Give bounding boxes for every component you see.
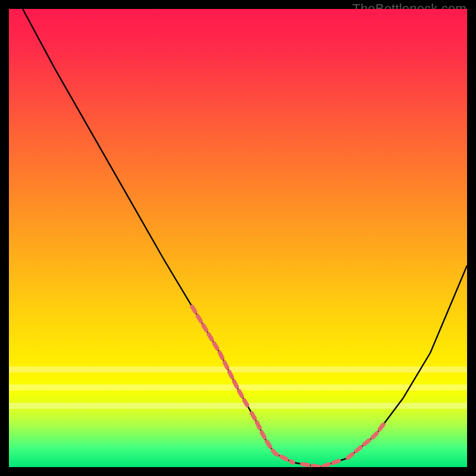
- highlight-segment: [192, 307, 247, 406]
- highlight-segment: [252, 414, 293, 463]
- highlighted-segments: [192, 307, 384, 468]
- chart-frame: [9, 9, 467, 467]
- chart-svg: [9, 9, 467, 467]
- highlight-segment: [348, 423, 385, 458]
- highlight-segment: [302, 461, 339, 467]
